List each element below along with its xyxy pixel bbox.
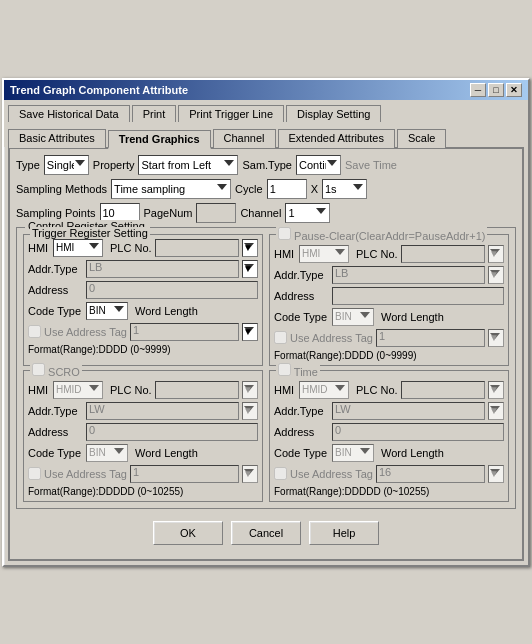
tab-channel[interactable]: Channel [213, 129, 276, 148]
trigger-plc-select[interactable]: ▼ [242, 239, 258, 257]
time-use-addr-label: Use Address Tag [290, 468, 373, 480]
scro-use-addr-checkbox[interactable] [28, 467, 41, 480]
trigger-use-addr-label: Use Address Tag [44, 326, 127, 338]
pause-address-label: Address [274, 290, 329, 302]
pause-hmi-select[interactable]: HMI [299, 245, 349, 263]
time-title-label: Time [294, 366, 318, 378]
help-button[interactable]: Help [309, 521, 379, 545]
time-addr-type-value: LW [332, 402, 485, 420]
tab-print[interactable]: Print [132, 105, 177, 122]
close-button[interactable]: ✕ [506, 83, 522, 97]
tab-basic-attr[interactable]: Basic Attributes [8, 129, 106, 148]
ok-button[interactable]: OK [153, 521, 223, 545]
scro-word-select[interactable]: ▼ [242, 465, 258, 483]
trigger-plc-value [155, 239, 239, 257]
pause-use-addr-label: Use Address Tag [290, 332, 373, 344]
tab-scale[interactable]: Scale [397, 129, 447, 148]
scro-address-label: Address [28, 426, 83, 438]
x-separator: X [311, 183, 318, 195]
scro-use-addr-row: Use Address Tag 1 ▼ [28, 465, 258, 483]
trigger-word-select[interactable]: ▼ [242, 323, 258, 341]
pause-hmi-label: HMI [274, 248, 296, 260]
pause-addr-type-select[interactable]: ▼ [488, 266, 504, 284]
time-address-label: Address [274, 426, 329, 438]
trigger-addr-type-select[interactable]: ▼ [242, 260, 258, 278]
scro-plc-label: PLC No. [110, 384, 152, 396]
tab-display-setting[interactable]: Display Setting [286, 105, 381, 122]
tab-trend-graphics[interactable]: Trend Graphics [108, 130, 211, 149]
pause-code-select[interactable]: BIN [332, 308, 374, 326]
cycle-input[interactable]: 1 [267, 179, 307, 199]
scro-format: Format(Range):DDDDD (0~10255) [28, 486, 258, 497]
scro-hmi-label: HMI [28, 384, 50, 396]
trigger-word-length-label: Word Length [135, 305, 198, 317]
channel-select[interactable]: 1 [285, 203, 330, 223]
pagenum-label: PageNum [144, 207, 193, 219]
time-use-addr-checkbox[interactable] [274, 467, 287, 480]
time-code-label: Code Type [274, 447, 329, 459]
maximize-button[interactable]: □ [488, 83, 504, 97]
pause-title-checkbox: Pause-Clear(ClearAddr=PauseAddr+1) [276, 227, 487, 242]
pause-addr-type-row: Addr.Type LB ▼ [274, 266, 504, 284]
scro-addr-type-select[interactable]: ▼ [242, 402, 258, 420]
trigger-format: Format(Range):DDDD (0~9999) [28, 344, 258, 355]
pause-use-addr-row: Use Address Tag 1 ▼ [274, 329, 504, 347]
type-select[interactable]: Single pag [44, 155, 89, 175]
type-label: Type [16, 159, 40, 171]
property-select[interactable]: Start from Left [138, 155, 238, 175]
tab-print-trigger[interactable]: Print Trigger Line [178, 105, 284, 122]
time-address-row: Address 0 [274, 423, 504, 441]
tab-row-1: Save Historical Data Print Print Trigger… [4, 100, 528, 121]
scro-addr-type-value: LW [86, 402, 239, 420]
sampling-points-label: Sampling Points [16, 207, 96, 219]
time-enable-checkbox[interactable] [278, 363, 291, 376]
scro-code-select[interactable]: BIN [86, 444, 128, 462]
tab-save-historical[interactable]: Save Historical Data [8, 105, 130, 122]
sam-type-select[interactable]: Continu [296, 155, 341, 175]
time-plc-select[interactable]: ▼ [488, 381, 504, 399]
scro-plc-select[interactable]: ▼ [242, 381, 258, 399]
scro-hmi-select[interactable]: HMID [53, 381, 103, 399]
scro-code-row: Code Type BIN Word Length [28, 444, 258, 462]
trigger-code-select[interactable]: BIN [86, 302, 128, 320]
pagenum-input[interactable] [196, 203, 236, 223]
time-section: Time HMI HMID PLC No. ▼ Addr.Type LW [269, 370, 509, 502]
title-bar: Trend Graph Component Attribute ─ □ ✕ [4, 80, 528, 100]
sampling-methods-label: Sampling Methods [16, 183, 107, 195]
scro-address-value: 0 [86, 423, 258, 441]
trigger-word-length-value: 1 [130, 323, 239, 341]
tab-row-2-wrapper: Basic Attributes Trend Graphics Channel … [4, 121, 528, 147]
pause-title-label: Pause-Clear(ClearAddr=PauseAddr+1) [294, 230, 485, 242]
time-word-select[interactable]: ▼ [488, 465, 504, 483]
trigger-hmi-row: HMI HMI PLC No. ▼ [28, 239, 258, 257]
scro-section: SCRO HMI HMID PLC No. ▼ Addr.Type LW [23, 370, 263, 502]
pause-plc-select[interactable]: ▼ [488, 245, 504, 263]
time-addr-type-label: Addr.Type [274, 405, 329, 417]
sampling-methods-row: Sampling Methods Time sampling Cycle 1 X… [16, 179, 516, 199]
pause-enable-checkbox[interactable] [278, 227, 291, 240]
trigger-hmi-label: HMI [28, 242, 50, 254]
scro-hmi-row: HMI HMID PLC No. ▼ [28, 381, 258, 399]
trigger-use-addr-checkbox[interactable] [28, 325, 41, 338]
time-hmi-select[interactable]: HMID [299, 381, 349, 399]
time-address-value: 0 [332, 423, 504, 441]
cancel-button[interactable]: Cancel [231, 521, 301, 545]
content-panel: Type Single pag Property Start from Left… [8, 147, 524, 561]
time-addr-type-select[interactable]: ▼ [488, 402, 504, 420]
cycle-label: Cycle [235, 183, 263, 195]
cycle-unit-select[interactable]: 1s [322, 179, 367, 199]
sampling-methods-select[interactable]: Time sampling [111, 179, 231, 199]
pause-code-row: Code Type BIN Word Length [274, 308, 504, 326]
pause-word-select[interactable]: ▼ [488, 329, 504, 347]
scro-addr-type-label: Addr.Type [28, 405, 83, 417]
scro-enable-checkbox[interactable] [32, 363, 45, 376]
trigger-hmi-select[interactable]: HMI [53, 239, 103, 257]
minimize-button[interactable]: ─ [470, 83, 486, 97]
trigger-section: Trigger Register Setting HMI HMI PLC No.… [23, 234, 263, 366]
time-word-length-value: 16 [376, 465, 485, 483]
tab-extended-attr[interactable]: Extended Attributes [278, 129, 395, 148]
time-code-select[interactable]: BIN [332, 444, 374, 462]
trigger-title: Trigger Register Setting [30, 227, 150, 239]
pause-use-addr-checkbox[interactable] [274, 331, 287, 344]
pause-plc-label: PLC No. [356, 248, 398, 260]
